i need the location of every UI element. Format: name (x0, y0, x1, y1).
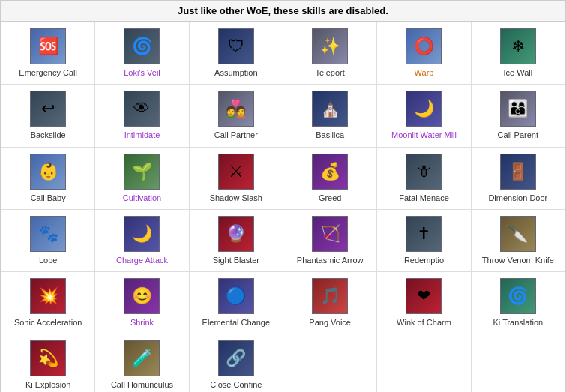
skill-cell-redemptio: ✝Redemptio (377, 210, 471, 272)
skill-cell-shrink: 😊Shrink (95, 272, 189, 334)
skill-cell-backslide: ↩Backslide (1, 85, 95, 147)
sight-blaster-label: Sight Blaster (213, 255, 259, 265)
close-confine-icon: 🔗 (218, 340, 254, 376)
phantasmic-arrow-label: Phantasmic Arrow (297, 255, 364, 265)
ki-translation-label: Ki Translation (493, 317, 544, 328)
assumption-icon: 🛡 (218, 28, 254, 64)
page-header: Just like other WoE, these skills are di… (1, 1, 565, 22)
wink-of-charm-label: Wink of Charm (397, 317, 451, 328)
emergency-call-icon: 🆘 (30, 28, 66, 64)
charge-attack-icon: 🌙 (124, 216, 160, 252)
charge-attack-label: Charge Attack (116, 255, 168, 265)
skill-cell-basilica: ⛪Basilica (283, 85, 377, 147)
skill-cell-empty2 (377, 334, 471, 392)
skill-cell-lope: 🐾Lope (1, 210, 95, 272)
skill-cell-sonic-acceleration: 💥Sonic Acceleration (1, 272, 95, 334)
skill-cell-charge-attack: 🌙Charge Attack (95, 210, 189, 272)
lokis-veil-icon: 🌀 (124, 28, 160, 64)
skill-cell-fatal-menace: 🗡Fatal Menace (377, 148, 471, 210)
skill-cell-teleport: ✨Teleport (283, 22, 377, 85)
skill-cell-phantasmic-arrow: 🏹Phantasmic Arrow (283, 210, 377, 272)
assumption-label: Assumption (214, 67, 257, 78)
throw-venom-knife-label: Throw Venom Knife (482, 255, 554, 265)
teleport-icon: ✨ (312, 28, 348, 64)
greed-label: Greed (319, 193, 342, 203)
skill-cell-pang-voice: 🎵Pang Voice (283, 272, 377, 334)
call-homunculus-icon: 🧪 (124, 340, 160, 376)
main-container: Just like other WoE, these skills are di… (0, 0, 566, 392)
call-baby-icon: 👶 (30, 154, 66, 190)
basilica-icon: ⛪ (312, 91, 348, 127)
moonlit-water-mill-label: Moonlit Water Mill (391, 130, 457, 140)
shadow-slash-icon: ⚔ (218, 154, 254, 190)
skills-grid: 🆘Emergency Call🌀Loki's Veil🛡Assumption✨T… (1, 22, 565, 392)
ki-explosion-icon: 💫 (30, 340, 66, 376)
call-partner-label: Call Partner (214, 130, 258, 140)
skill-cell-call-homunculus: 🧪Call Homunculus (95, 334, 189, 392)
skill-cell-lokis-veil: 🌀Loki's Veil (95, 22, 189, 85)
fatal-menace-icon: 🗡 (406, 154, 442, 190)
lope-label: Lope (39, 255, 57, 265)
backslide-icon: ↩ (30, 91, 66, 127)
warp-icon: ⭕ (406, 28, 442, 64)
ki-explosion-label: Ki Explosion (25, 379, 71, 390)
sonic-acceleration-label: Sonic Acceleration (14, 317, 82, 328)
skill-cell-assumption: 🛡Assumption (190, 22, 283, 85)
fatal-menace-label: Fatal Menace (399, 193, 449, 203)
skill-cell-wink-of-charm: ❤Wink of Charm (377, 272, 471, 334)
intimidate-icon: 👁 (124, 91, 160, 127)
skill-cell-moonlit-water-mill: 🌙Moonlit Water Mill (377, 85, 471, 147)
skill-cell-throw-venom-knife: 🔪Throw Venom Knife (472, 210, 565, 272)
skill-cell-call-parent: 👨‍👩‍👦Call Parent (472, 85, 565, 147)
sonic-acceleration-icon: 💥 (30, 278, 66, 314)
warp-label: Warp (415, 67, 434, 78)
redemptio-icon: ✝ (406, 216, 442, 252)
skill-cell-empty1 (283, 334, 377, 392)
skill-cell-call-baby: 👶Call Baby (1, 148, 95, 210)
skill-cell-call-partner: 💑Call Partner (190, 85, 283, 147)
basilica-label: Basilica (316, 130, 344, 140)
moonlit-water-mill-icon: 🌙 (406, 91, 442, 127)
ki-translation-icon: 🌀 (500, 278, 536, 314)
skill-cell-close-confine: 🔗Close Confine (190, 334, 283, 392)
wink-of-charm-icon: ❤ (406, 278, 442, 314)
redemptio-label: Redemptio (404, 255, 444, 265)
pang-voice-label: Pang Voice (309, 317, 351, 328)
ice-wall-icon: ❄ (500, 28, 536, 64)
call-parent-icon: 👨‍👩‍👦 (500, 91, 536, 127)
cultivation-icon: 🌱 (124, 154, 160, 190)
skill-cell-elemental-change: 🔵Elemental Change (190, 272, 283, 334)
throw-venom-knife-icon: 🔪 (500, 216, 536, 252)
skill-cell-shadow-slash: ⚔Shadow Slash (190, 148, 283, 210)
skill-cell-emergency-call: 🆘Emergency Call (1, 22, 95, 85)
dimension-door-label: Dimension Door (488, 193, 547, 203)
skill-cell-dimension-door: 🚪Dimension Door (472, 148, 565, 210)
shrink-label: Shrink (130, 317, 154, 328)
emergency-call-label: Emergency Call (19, 67, 77, 78)
lokis-veil-label: Loki's Veil (124, 67, 160, 78)
pang-voice-icon: 🎵 (312, 278, 348, 314)
teleport-label: Teleport (316, 67, 345, 78)
intimidate-label: Intimidate (124, 130, 160, 140)
close-confine-label: Close Confine (210, 379, 262, 390)
greed-icon: 💰 (312, 154, 348, 190)
backslide-label: Backslide (31, 130, 66, 140)
skill-cell-ki-translation: 🌀Ki Translation (472, 272, 565, 334)
skill-cell-ice-wall: ❄Ice Wall (472, 22, 565, 85)
cultivation-label: Cultivation (123, 193, 161, 203)
sight-blaster-icon: 🔮 (218, 216, 254, 252)
skill-cell-greed: 💰Greed (283, 148, 377, 210)
call-parent-label: Call Parent (498, 130, 538, 140)
phantasmic-arrow-icon: 🏹 (312, 216, 348, 252)
dimension-door-icon: 🚪 (500, 154, 536, 190)
skill-cell-cultivation: 🌱Cultivation (95, 148, 189, 210)
shadow-slash-label: Shadow Slash (210, 193, 262, 203)
lope-icon: 🐾 (30, 216, 66, 252)
skill-cell-empty3 (472, 334, 565, 392)
elemental-change-icon: 🔵 (218, 278, 254, 314)
skill-cell-ki-explosion: 💫Ki Explosion (1, 334, 95, 392)
call-homunculus-label: Call Homunculus (111, 379, 173, 390)
shrink-icon: 😊 (124, 278, 160, 314)
ice-wall-label: Ice Wall (503, 67, 532, 78)
skill-cell-intimidate: 👁Intimidate (95, 85, 189, 147)
